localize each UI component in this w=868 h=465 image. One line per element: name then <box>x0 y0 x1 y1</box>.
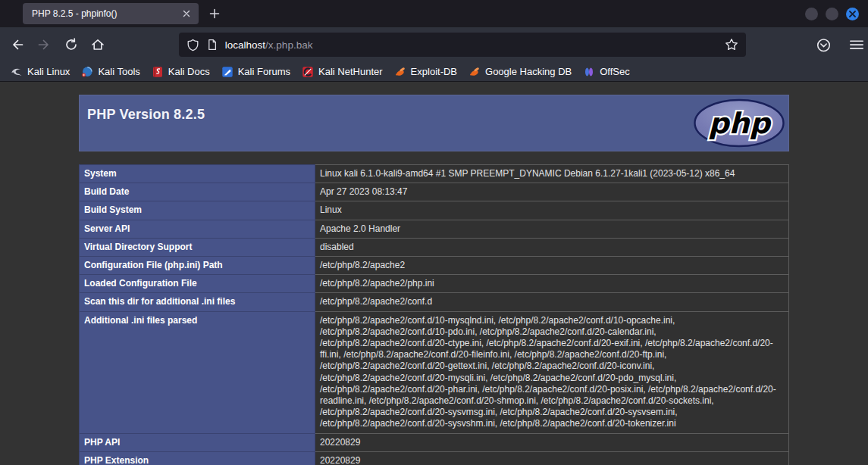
info-label: PHP Extension <box>80 451 315 465</box>
url-text[interactable]: localhost/x.php.bak <box>225 39 313 51</box>
exploit-db-icon <box>394 66 406 78</box>
bookmark-label: Kali Docs <box>168 66 210 77</box>
info-value: Linux <box>315 201 789 220</box>
window-controls <box>805 8 859 20</box>
navigation-toolbar: localhost/x.php.bak <box>0 27 868 62</box>
bookmark-item[interactable]: Kali Linux <box>6 64 77 80</box>
info-value: 20220829 <box>315 433 789 451</box>
bookmark-label: Google Hacking DB <box>485 66 572 77</box>
info-row: Additional .ini files parsed/etc/php/8.2… <box>80 311 789 433</box>
info-value: /etc/php/8.2/apache2/conf.d/10-mysqlnd.i… <box>315 311 789 433</box>
info-row: PHP API20220829 <box>80 433 789 451</box>
star-icon <box>725 38 738 51</box>
phpinfo-content: PHP Version 8.2.5 php SystemLinux kali 6… <box>79 82 789 465</box>
info-row: Scan this dir for additional .ini files/… <box>80 293 789 311</box>
forward-button[interactable] <box>33 33 55 56</box>
info-row: Configuration File (php.ini) Path/etc/ph… <box>80 257 789 275</box>
bookmark-label: OffSec <box>600 66 630 77</box>
info-label: Loaded Configuration File <box>80 275 315 293</box>
bookmark-label: Exploit-DB <box>411 66 457 77</box>
info-row: SystemLinux kali 6.1.0-kali9-amd64 #1 SM… <box>80 165 789 183</box>
info-label: PHP API <box>80 433 315 451</box>
window-titlebar: PHP 8.2.5 - phpinfo() <box>0 0 868 27</box>
info-row: Loaded Configuration File/etc/php/8.2/ap… <box>80 275 789 293</box>
url-host: localhost <box>225 39 265 51</box>
ghdb-icon <box>468 66 481 78</box>
tab-title: PHP 8.2.5 - phpinfo() <box>32 8 179 19</box>
phpinfo-table: SystemLinux kali 6.1.0-kali9-amd64 #1 SM… <box>79 164 789 465</box>
info-value: Linux kali 6.1.0-kali9-amd64 #1 SMP PREE… <box>315 165 789 183</box>
pocket-button[interactable] <box>813 33 835 56</box>
info-label: Scan this dir for additional .ini files <box>80 293 315 311</box>
bookmark-label: Kali Forums <box>238 66 290 77</box>
back-button[interactable] <box>6 33 28 56</box>
home-button[interactable] <box>86 33 108 56</box>
bookmark-label: Kali NetHunter <box>318 66 383 77</box>
info-row: Build SystemLinux <box>80 201 789 220</box>
info-label: Additional .ini files parsed <box>80 311 315 433</box>
kali-nethunter-icon <box>302 66 314 78</box>
bookmark-item[interactable]: Exploit-DB <box>390 64 464 80</box>
maximize-button[interactable] <box>826 8 838 20</box>
browser-viewport: PHP Version 8.2.5 php SystemLinux kali 6… <box>0 82 868 465</box>
info-label: Configuration File (php.ini) Path <box>80 257 315 275</box>
bookmark-label: Kali Tools <box>98 66 139 77</box>
bookmark-item[interactable]: Kali Forums <box>217 64 297 80</box>
php-logo[interactable]: php <box>693 98 785 148</box>
phpinfo-header: PHP Version 8.2.5 php <box>79 95 789 151</box>
kali-linux-icon <box>11 66 23 78</box>
info-value: disabled <box>315 238 789 256</box>
kali-forums-icon <box>221 66 233 78</box>
info-value: /etc/php/8.2/apache2 <box>315 257 789 275</box>
home-icon <box>90 37 105 52</box>
info-row: PHP Extension20220829 <box>80 451 789 465</box>
new-tab-button[interactable] <box>205 4 224 23</box>
close-icon <box>849 11 856 17</box>
pocket-icon <box>816 37 832 53</box>
back-arrow-icon <box>10 37 25 52</box>
forward-arrow-icon <box>36 37 52 52</box>
reload-button[interactable] <box>60 33 82 56</box>
url-path: /x.php.bak <box>265 39 312 51</box>
info-value: 20220829 <box>315 451 789 465</box>
info-value: Apache 2.0 Handler <box>315 220 789 238</box>
info-value: Apr 27 2023 08:13:47 <box>315 183 789 201</box>
tab-close-icon[interactable] <box>179 6 194 21</box>
page-title: PHP Version 8.2.5 <box>87 107 205 123</box>
info-label: Virtual Directory Support <box>80 238 315 256</box>
kali-docs-icon <box>152 66 164 78</box>
bookmark-item[interactable]: OffSec <box>578 64 637 80</box>
info-row: Server APIApache 2.0 Handler <box>80 220 789 238</box>
bookmark-item[interactable]: Google Hacking DB <box>464 64 578 80</box>
close-window-button[interactable] <box>846 8 859 20</box>
info-value: /etc/php/8.2/apache2/conf.d <box>315 293 789 311</box>
browser-tab[interactable]: PHP 8.2.5 - phpinfo() <box>23 3 199 24</box>
bookmark-label: Kali Linux <box>27 66 70 77</box>
menu-button[interactable] <box>846 33 868 56</box>
bookmarks-bar: Kali LinuxKali ToolsKali DocsKali Forums… <box>0 62 868 82</box>
info-label: Build System <box>80 201 315 220</box>
offsec-icon <box>583 66 595 78</box>
shield-icon[interactable] <box>186 39 199 51</box>
url-bar[interactable]: localhost/x.php.bak <box>179 33 746 57</box>
bookmark-item[interactable]: Kali Tools <box>77 64 146 80</box>
info-value: /etc/php/8.2/apache2/php.ini <box>315 275 789 293</box>
svg-text:php: php <box>708 107 772 140</box>
reload-icon <box>64 37 79 52</box>
minimize-button[interactable] <box>805 8 818 20</box>
hamburger-menu-icon <box>848 39 865 51</box>
info-row: Build DateApr 27 2023 08:13:47 <box>80 183 789 201</box>
info-label: System <box>80 165 315 183</box>
bookmark-item[interactable]: Kali Docs <box>147 64 217 80</box>
info-label: Build Date <box>80 183 315 201</box>
bookmark-item[interactable]: Kali NetHunter <box>297 64 390 80</box>
page-icon <box>206 39 218 51</box>
info-label: Server API <box>80 220 315 238</box>
bookmark-star-button[interactable] <box>725 38 738 51</box>
kali-tools-icon <box>81 66 93 78</box>
info-row: Virtual Directory Supportdisabled <box>80 238 789 256</box>
